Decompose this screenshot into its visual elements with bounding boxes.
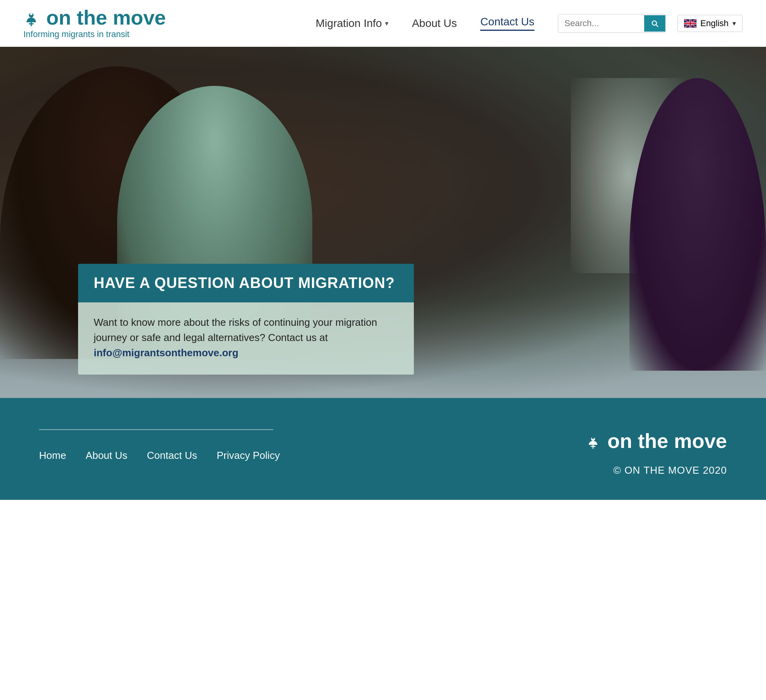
dropdown-arrow-icon: ▾: [385, 19, 388, 28]
footer-link-about[interactable]: About Us: [86, 449, 127, 462]
logo-brand: on the move: [46, 6, 166, 29]
logo-subtitle: Informing migrants in transit: [23, 29, 166, 39]
contact-body-text: Want to know more about the risks of con…: [94, 315, 398, 361]
language-selector[interactable]: English ▾: [677, 15, 743, 32]
main-nav: Migration Info ▾ About Us Contact Us: [316, 16, 534, 31]
search-icon: [650, 19, 659, 28]
logo-icon: [23, 11, 39, 27]
flag-icon: [684, 19, 697, 28]
contact-box-header: HAVE A QUESTION ABOUT MIGRATION?: [78, 264, 414, 302]
search-input[interactable]: [558, 14, 644, 32]
nav-contact-us[interactable]: Contact Us: [480, 16, 534, 31]
logo-title: on the move: [23, 7, 166, 28]
footer-divider: [39, 429, 273, 430]
logo: on the move Informing migrants in transi…: [23, 7, 166, 39]
nav-about-us[interactable]: About Us: [412, 17, 457, 30]
language-dropdown-arrow: ▾: [732, 19, 736, 28]
footer-link-privacy[interactable]: Privacy Policy: [217, 449, 280, 462]
contact-heading: HAVE A QUESTION ABOUT MIGRATION?: [94, 275, 398, 291]
language-label: English: [700, 18, 729, 28]
site-header: on the move Informing migrants in transi…: [0, 0, 766, 47]
contact-box-body: Want to know more about the risks of con…: [78, 302, 414, 375]
footer-copyright: © ON THE MOVE 2020: [613, 464, 727, 476]
search-area: [558, 14, 666, 33]
svg-point-1: [30, 13, 32, 15]
footer-links: Home About Us Contact Us Privacy Policy: [39, 449, 280, 462]
footer-logo: on the move: [586, 429, 727, 453]
footer-link-contact[interactable]: Contact Us: [147, 449, 197, 462]
footer-right: on the move © ON THE MOVE 2020: [586, 429, 727, 476]
footer-logo-icon: [586, 435, 600, 449]
hero-section: HAVE A QUESTION ABOUT MIGRATION? Want to…: [0, 47, 766, 398]
nav-migration-info[interactable]: Migration Info ▾: [316, 17, 389, 30]
site-footer: Home About Us Contact Us Privacy Policy …: [0, 398, 766, 500]
contact-email-link[interactable]: info@migrantsonthemove.org: [94, 347, 239, 359]
footer-link-home[interactable]: Home: [39, 449, 66, 462]
svg-point-6: [592, 437, 594, 439]
footer-left: Home About Us Contact Us Privacy Policy: [39, 429, 280, 462]
search-button[interactable]: [644, 15, 665, 32]
contact-overlay: HAVE A QUESTION ABOUT MIGRATION? Want to…: [78, 264, 414, 375]
